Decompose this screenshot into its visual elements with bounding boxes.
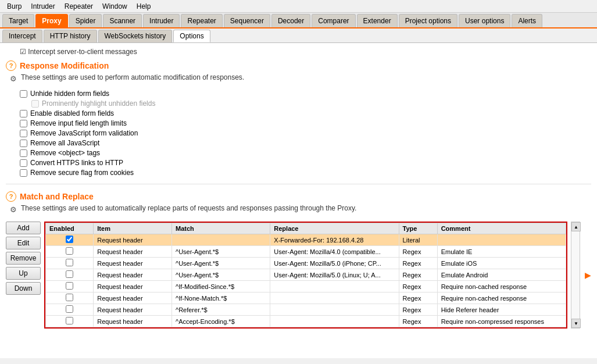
btn-add[interactable]: Add: [6, 222, 41, 234]
checkbox-cb7[interactable]: [20, 149, 27, 157]
main-tab-user-options[interactable]: User options: [459, 14, 510, 27]
checkbox-cb3[interactable]: [20, 110, 27, 117]
main-tab-target[interactable]: Target: [2, 14, 34, 27]
sub-tab-intercept[interactable]: Intercept: [2, 30, 42, 42]
btn-up[interactable]: Up: [6, 267, 41, 280]
cell-comment-2: Emulate iOS: [437, 258, 566, 269]
cell-enabled-5[interactable]: [46, 292, 94, 304]
match-replace-gear-icon[interactable]: ⚙: [8, 204, 19, 215]
menu-intruder[interactable]: Intruder: [26, 1, 59, 12]
table-row[interactable]: Request header^Accept-Encoding.*$RegexRe…: [46, 316, 566, 327]
cell-comment-0: [437, 234, 566, 246]
btn-edit[interactable]: Edit: [6, 237, 41, 249]
sub-tab-options[interactable]: Options: [173, 30, 210, 42]
cell-type-2: Regex: [399, 258, 437, 269]
cell-type-1: Regex: [399, 246, 437, 258]
match-replace-table: EnabledItemMatchReplaceTypeCommentReques…: [45, 223, 566, 327]
cell-item-3: Request header: [94, 269, 172, 281]
cell-replace-0: X-Forwarded-For: 192.168.4.28: [270, 234, 399, 246]
checkbox-label-cb4[interactable]: Remove input field length limits: [30, 119, 127, 127]
menu-help[interactable]: Help: [132, 1, 156, 12]
checkbox-label-cb3[interactable]: Enable disabled form fields: [30, 109, 114, 117]
response-mod-help-icon[interactable]: ?: [6, 60, 16, 71]
match-replace-table-wrapper: EnabledItemMatchReplaceTypeCommentReques…: [44, 222, 567, 329]
match-replace-table-area: AddEditRemoveUpDown EnabledItemMatchRepl…: [6, 222, 591, 329]
table-row[interactable]: Request header^User-Agent.*$User-Agent: …: [46, 258, 566, 269]
table-row[interactable]: Request header^User-Agent.*$User-Agent: …: [46, 246, 566, 258]
cell-comment-1: Emulate IE: [437, 246, 566, 258]
checkbox-cb2: [31, 100, 39, 108]
checkbox-row-cb6: Remove all JavaScript: [20, 139, 591, 147]
btn-down[interactable]: Down: [6, 282, 41, 295]
sub-tab-websockets-history[interactable]: WebSockets history: [98, 30, 173, 42]
checkbox-row-cb7: Remove <object> tags: [20, 149, 591, 157]
menu-window[interactable]: Window: [98, 1, 132, 12]
cell-match-6: ^Referer.*$: [171, 304, 270, 316]
table-row[interactable]: Request header^If-None-Match.*$RegexRequ…: [46, 292, 566, 304]
main-tab-sequencer[interactable]: Sequencer: [224, 14, 270, 27]
cell-enabled-3[interactable]: [46, 269, 94, 281]
cell-enabled-0[interactable]: [46, 234, 94, 246]
checkbox-label-cb1[interactable]: Unhide hidden form fields: [30, 90, 109, 98]
checkbox-label-cb6[interactable]: Remove all JavaScript: [30, 139, 99, 147]
main-tab-repeater[interactable]: Repeater: [181, 14, 222, 27]
checkbox-row-cb8: Convert HTTPS links to HTTP: [20, 159, 591, 167]
checkbox-label-cb8[interactable]: Convert HTTPS links to HTTP: [30, 159, 123, 167]
table-row[interactable]: Request headerX-Forwarded-For: 192.168.4…: [46, 234, 566, 246]
checkbox-cb5[interactable]: [20, 130, 27, 137]
table-row[interactable]: Request header^Referer.*$RegexHide Refer…: [46, 304, 566, 316]
cell-enabled-6[interactable]: [46, 304, 94, 316]
checkbox-cb8[interactable]: [20, 159, 27, 167]
cell-replace-6: [270, 304, 399, 316]
col-header-item: Item: [94, 223, 172, 234]
menu-burp[interactable]: Burp: [2, 1, 26, 12]
main-tab-intruder[interactable]: Intruder: [143, 14, 180, 27]
cell-enabled-7[interactable]: [46, 316, 94, 327]
checkbox-cb1[interactable]: [20, 90, 27, 98]
btn-remove[interactable]: Remove: [6, 252, 41, 265]
main-tab-proxy[interactable]: Proxy: [35, 14, 67, 27]
match-replace-help-icon[interactable]: ?: [6, 191, 16, 202]
main-tab-spider[interactable]: Spider: [69, 14, 102, 27]
cell-replace-5: [270, 292, 399, 304]
checkbox-cb4[interactable]: [20, 120, 27, 127]
main-tab-project-options[interactable]: Project options: [399, 14, 457, 27]
sub-tabs: InterceptHTTP historyWebSockets historyO…: [0, 28, 597, 43]
sub-tab-http-history[interactable]: HTTP history: [44, 30, 97, 42]
scrollbar[interactable]: ▲ ▼: [571, 222, 580, 329]
main-tab-scanner[interactable]: Scanner: [103, 14, 142, 27]
scroll-down-arrow[interactable]: ▼: [571, 319, 581, 328]
checkbox-cb9[interactable]: [20, 169, 27, 177]
match-replace-section: ? Match and Replace ⚙ These settings are…: [6, 191, 591, 329]
main-tab-comparer[interactable]: Comparer: [312, 14, 355, 27]
cell-match-4: ^If-Modified-Since.*$: [171, 281, 270, 292]
section-divider: [6, 184, 591, 184]
cell-item-2: Request header: [94, 258, 172, 269]
menu-repeater[interactable]: Repeater: [60, 1, 98, 12]
response-mod-gear-icon[interactable]: ⚙: [8, 73, 19, 84]
response-modification-section: ? Response Modification ⚙ These settings…: [6, 60, 591, 177]
table-row[interactable]: Request header^User-Agent.*$User-Agent: …: [46, 269, 566, 281]
cell-type-0: Literal: [399, 234, 437, 246]
checkbox-label-cb7[interactable]: Remove <object> tags: [30, 149, 100, 157]
cell-enabled-4[interactable]: [46, 281, 94, 292]
col-header-enabled: Enabled: [46, 223, 94, 234]
cell-enabled-1[interactable]: [46, 246, 94, 258]
main-tab-alerts[interactable]: Alerts: [512, 14, 542, 27]
checkbox-label-cb9[interactable]: Remove secure flag from cookies: [30, 169, 134, 177]
checkbox-label-cb5[interactable]: Remove JavaScript form validation: [30, 129, 138, 137]
cell-item-6: Request header: [94, 304, 172, 316]
table-row[interactable]: Request header^If-Modified-Since.*$Regex…: [46, 281, 566, 292]
cell-enabled-2[interactable]: [46, 258, 94, 269]
checkbox-row-cb1: Unhide hidden form fields: [20, 90, 591, 98]
table-buttons: AddEditRemoveUpDown: [6, 222, 41, 329]
cell-comment-7: Require non-compressed responses: [437, 316, 566, 327]
cell-type-5: Regex: [399, 292, 437, 304]
menu-bar: Burp Intruder Repeater Window Help: [0, 0, 597, 13]
content-area: ☑ Intercept server-to-client messages ? …: [0, 43, 597, 358]
checkbox-cb6[interactable]: [20, 140, 27, 147]
main-tab-decoder[interactable]: Decoder: [271, 14, 310, 27]
scroll-up-arrow[interactable]: ▲: [571, 222, 581, 231]
main-tab-extender[interactable]: Extender: [357, 14, 398, 27]
cell-type-6: Regex: [399, 304, 437, 316]
